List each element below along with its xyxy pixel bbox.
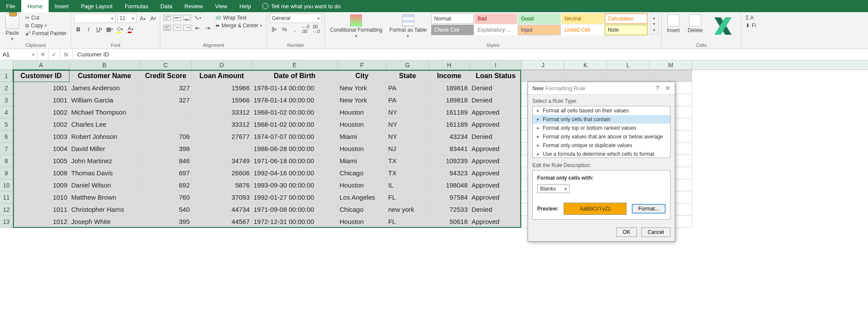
tab-formulas[interactable]: Formulas <box>119 0 154 12</box>
underline-button[interactable]: U▾ <box>95 25 103 33</box>
tell-me-search[interactable]: Tell me what you want to do <box>257 0 346 12</box>
data-cell[interactable]: 1988-06-28 00:00:00 <box>252 143 338 155</box>
row-header[interactable]: 12 <box>0 204 13 216</box>
data-cell[interactable]: Approved <box>470 191 522 204</box>
data-cell[interactable]: Houston <box>338 106 386 118</box>
style-normal[interactable]: Normal <box>431 13 474 24</box>
decrease-decimal-button[interactable]: .00→.0 <box>311 25 320 33</box>
style-check-cell[interactable]: Check Cell <box>431 25 474 35</box>
data-cell[interactable]: Denied <box>470 94 522 106</box>
data-cell[interactable]: NJ <box>386 143 429 155</box>
style-good[interactable]: Good <box>518 13 561 24</box>
data-cell[interactable]: 1992-01-27 00:00:00 <box>252 191 338 204</box>
data-cell[interactable]: 1978-01-14 00:00:00 <box>252 82 338 94</box>
col-header-A[interactable]: A <box>13 60 69 69</box>
tab-view[interactable]: View <box>209 0 233 12</box>
bold-button[interactable]: B <box>74 25 83 33</box>
format-as-table-button[interactable]: Format as Table▾ <box>387 13 429 39</box>
row-header[interactable]: 6 <box>0 131 13 143</box>
format-button[interactable]: Format... <box>632 204 666 214</box>
align-bottom-button[interactable] <box>183 13 191 22</box>
rule-type-list[interactable]: Format all cells based on their valuesFo… <box>532 106 670 158</box>
data-cell[interactable]: 44567 <box>192 216 252 228</box>
rule-option[interactable]: Format only values that are above or bel… <box>533 132 670 141</box>
row-header[interactable]: 11 <box>0 191 13 204</box>
italic-button[interactable]: I <box>84 25 93 33</box>
tab-data[interactable]: Data <box>154 0 178 12</box>
align-center-button[interactable] <box>173 23 182 32</box>
align-left-button[interactable] <box>163 23 172 32</box>
data-cell[interactable]: 1002 <box>13 118 69 131</box>
data-cell[interactable]: Denied <box>470 131 522 143</box>
cut-button[interactable]: ✂Cut <box>23 14 68 21</box>
format-painter-button[interactable]: 🖌Format Painter <box>23 30 68 37</box>
data-cell[interactable]: FL <box>386 216 429 228</box>
data-cell[interactable]: Approved <box>470 155 522 167</box>
tab-page-layout[interactable]: Page Layout <box>75 0 119 12</box>
font-color-button[interactable]: A▾ <box>126 25 135 33</box>
data-cell[interactable]: IL <box>386 179 429 191</box>
data-cell[interactable]: 5876 <box>192 179 252 191</box>
autosum-button[interactable]: Σ A <box>744 14 758 21</box>
data-cell[interactable]: 34749 <box>192 155 252 167</box>
data-cell[interactable]: 1968-01-02 00:00:00 <box>252 106 338 118</box>
data-cell[interactable]: Matthew Brown <box>69 191 140 204</box>
tab-insert[interactable]: Insert <box>49 0 75 12</box>
data-cell[interactable]: 760 <box>140 191 192 204</box>
merge-center-button[interactable]: ⬌Merge & Center▾ <box>214 22 264 29</box>
data-cell[interactable]: 1009 <box>13 179 69 191</box>
data-cell[interactable]: 189818 <box>429 94 470 106</box>
close-icon[interactable]: ✕ <box>665 85 670 92</box>
header-cell[interactable]: Loan Amount <box>192 70 252 82</box>
data-cell[interactable]: 1002 <box>13 106 69 118</box>
data-cell[interactable]: New York <box>338 94 386 106</box>
data-cell[interactable]: Houston <box>338 143 386 155</box>
header-cell[interactable] <box>564 70 607 82</box>
data-cell[interactable]: Approved <box>470 106 522 118</box>
data-cell[interactable]: 44734 <box>192 204 252 216</box>
name-box[interactable]: A1▾ <box>0 49 37 60</box>
border-button[interactable]: ▦▾ <box>105 25 114 33</box>
tab-review[interactable]: Review <box>178 0 209 12</box>
row-header[interactable]: 7 <box>0 143 13 155</box>
data-cell[interactable]: 1001 <box>13 82 69 94</box>
cell-styles-gallery[interactable]: NormalBadGoodNeutralCalculationCheck Cel… <box>431 13 647 35</box>
data-cell[interactable]: 27677 <box>192 131 252 143</box>
header-cell[interactable]: Income <box>429 70 470 82</box>
row-header[interactable]: 2 <box>0 82 13 94</box>
data-cell[interactable]: 43234 <box>429 131 470 143</box>
column-headers[interactable]: ABCDEFGHIJKLM <box>0 60 868 70</box>
col-header-G[interactable]: G <box>386 60 429 69</box>
header-cell[interactable]: Date of Birth <box>252 70 338 82</box>
rule-option[interactable]: Format only unique or duplicate values <box>533 141 670 150</box>
align-right-button[interactable] <box>183 23 191 32</box>
data-cell[interactable]: Houston <box>338 118 386 131</box>
style-explanatory-[interactable]: Explanatory ... <box>475 25 517 35</box>
data-cell[interactable]: 198048 <box>429 179 470 191</box>
data-cell[interactable]: NY <box>386 118 429 131</box>
data-cell[interactable]: 33312 <box>192 118 252 131</box>
rule-option[interactable]: Format only cells that contain <box>533 115 670 124</box>
data-cell[interactable]: 1972-12-31 00:00:00 <box>252 216 338 228</box>
delete-cells-button[interactable]: Delete <box>685 13 706 34</box>
help-button[interactable]: ? <box>656 85 659 92</box>
data-cell[interactable]: 1971-09-08 00:00:00 <box>252 204 338 216</box>
currency-button[interactable]: $▾ <box>270 25 278 33</box>
data-cell[interactable]: Denied <box>470 204 522 216</box>
select-all-corner[interactable] <box>0 60 13 69</box>
data-cell[interactable]: PA <box>386 94 429 106</box>
style-bad[interactable]: Bad <box>475 13 517 24</box>
data-cell[interactable]: 94323 <box>429 167 470 179</box>
col-header-E[interactable]: E <box>252 60 338 69</box>
data-cell[interactable]: 327 <box>140 94 192 106</box>
data-cell[interactable]: Thomas Davis <box>69 167 140 179</box>
data-cell[interactable]: Miami <box>338 155 386 167</box>
number-format-combo[interactable]: General▾ <box>270 13 322 23</box>
data-cell[interactable]: Christopher Harris <box>69 204 140 216</box>
data-cell[interactable]: Los Angeles <box>338 191 386 204</box>
header-cell[interactable]: Credit Score <box>140 70 192 82</box>
style-calculation[interactable]: Calculation <box>605 13 647 24</box>
style-input[interactable]: Input <box>518 25 561 35</box>
dialog-titlebar[interactable]: New Formatting Rule ? ✕ <box>528 82 675 95</box>
comma-button[interactable]: , <box>290 25 299 33</box>
